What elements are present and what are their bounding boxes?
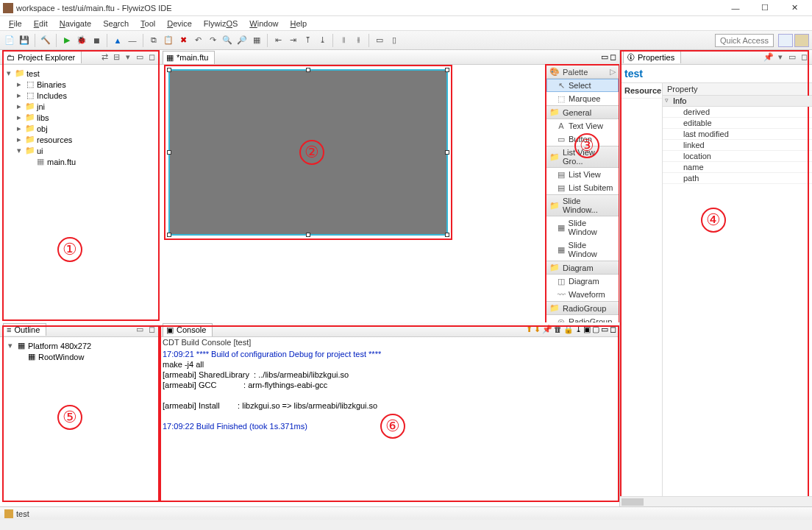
close-button[interactable]: ✕ — [780, 1, 809, 15]
redo-icon[interactable]: ↷ — [206, 34, 219, 47]
palette-panel: ③ 🎨Palette▷ ↖Select ⬚Marquee 📁General AT… — [546, 65, 619, 342]
triangle-icon[interactable]: ▲ — [111, 34, 124, 47]
editor-minimize-icon[interactable]: ▭ — [601, 52, 608, 62]
outline-panel: ⑤ ≡ Outline ▭ ◻ ▾▦Platform 480x272 ▦Root… — [0, 322, 160, 506]
same-height-icon[interactable]: ▯ — [388, 34, 401, 47]
dash-icon[interactable]: — — [126, 34, 139, 47]
app-icon — [3, 3, 13, 13]
minimize-button[interactable]: — — [721, 1, 750, 15]
annotation-3: ③ — [574, 133, 599, 158]
debug-icon[interactable]: 🐞 — [75, 34, 88, 47]
menu-tool[interactable]: Tool — [135, 18, 161, 29]
zoom-out-icon[interactable]: 🔍 — [221, 34, 234, 47]
menu-flywizos[interactable]: FlywizOS — [198, 18, 243, 29]
ftu-file-icon: ▦ — [166, 53, 174, 63]
new-icon[interactable]: 📄 — [3, 34, 16, 47]
copy-icon[interactable]: ⧉ — [147, 34, 160, 47]
annotation-2: ② — [299, 140, 324, 165]
paste-icon[interactable]: 📋 — [162, 34, 175, 47]
perspective-switch[interactable] — [778, 34, 793, 47]
annotation-4: ④ — [701, 208, 726, 233]
toolbar: 📄 💾 🔨 ▶ 🐞 ⏹ ▲ — ⧉ 📋 ✖ ↶ ↷ 🔍 🔎 ▦ ⇤ ⇥ ⤒ ⤓ … — [0, 31, 812, 50]
title-bar: workspace - test/ui/main.ftu - FlywizOS … — [0, 0, 812, 16]
same-width-icon[interactable]: ▭ — [373, 34, 386, 47]
properties-group-info[interactable]: Info — [663, 96, 812, 107]
perspective-c[interactable] — [794, 34, 809, 47]
distribute-h-icon[interactable]: ⫴ — [337, 34, 350, 47]
menu-window[interactable]: Window — [243, 18, 284, 29]
console-panel: ⑥ ▣ Console ⬆ ⬇ 📌 🗑 🔒 ⤓ ▣ ▢ ▭ ◻ CDT Buil… — [160, 322, 619, 506]
quick-access[interactable]: Quick Access — [715, 34, 774, 47]
menu-edit[interactable]: Edit — [28, 18, 54, 29]
align-bottom-icon[interactable]: ⤓ — [316, 34, 329, 47]
save-icon[interactable]: 💾 — [18, 34, 31, 47]
maximize-button[interactable]: ☐ — [750, 1, 780, 15]
hammer-icon[interactable]: 🔨 — [39, 34, 52, 47]
project-explorer-panel: ① 🗀 Project Explorer ⇄ ⊟ ▾ ▭ ◻ ▾📁test ▸⬚… — [0, 50, 160, 322]
status-bar: test — [0, 506, 812, 520]
align-right-icon[interactable]: ⇥ — [286, 34, 299, 47]
zoom-in-icon[interactable]: 🔎 — [235, 34, 249, 47]
annotation-1: ① — [57, 237, 82, 262]
grid-icon[interactable]: ▦ — [250, 34, 263, 47]
menu-help[interactable]: Help — [284, 18, 313, 29]
menu-file[interactable]: File — [3, 18, 28, 29]
editor-maximize-icon[interactable]: ◻ — [610, 52, 616, 62]
align-top-icon[interactable]: ⤒ — [301, 34, 314, 47]
stop-icon[interactable]: ⏹ — [90, 34, 103, 47]
menu-bar: File Edit Navigate Search Tool Device Fl… — [0, 16, 812, 31]
align-left-icon[interactable]: ⇤ — [271, 34, 285, 47]
annotation-6: ⑥ — [380, 414, 405, 439]
delete-icon[interactable]: ✖ — [177, 34, 190, 47]
window-title: workspace - test/ui/main.ftu - FlywizOS … — [16, 4, 721, 13]
distribute-v-icon[interactable]: ⫵ — [352, 34, 365, 47]
menu-search[interactable]: Search — [97, 18, 135, 29]
run-icon[interactable]: ▶ — [60, 34, 74, 47]
properties-panel: ④ 🛈 Properties 📌 ▾ ▭ ◻ test Resource Pro… — [619, 50, 812, 506]
properties-hscroll[interactable] — [620, 496, 812, 506]
editor-tab-main[interactable]: ▦ *main.ftu — [163, 51, 215, 64]
editor-panel: ▦ *main.ftu ▭ ◻ ② — [160, 50, 619, 322]
menu-device[interactable]: Device — [161, 18, 198, 29]
status-text: test — [16, 509, 29, 518]
undo-icon[interactable]: ↶ — [191, 34, 204, 47]
status-project-icon — [4, 509, 13, 518]
annotation-5: ⑤ — [57, 405, 82, 430]
menu-navigate[interactable]: Navigate — [54, 18, 97, 29]
